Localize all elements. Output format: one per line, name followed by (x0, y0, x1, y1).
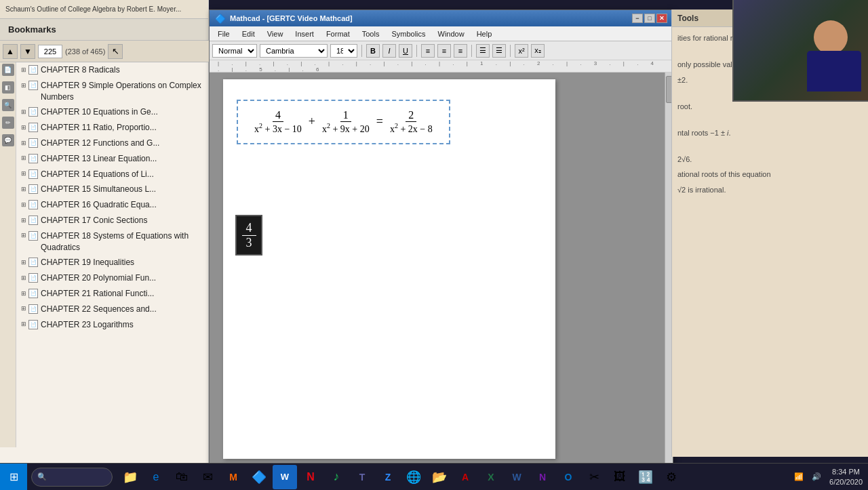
bookmark-item-ch14[interactable]: ⊞ 📄 CHAPTER 14 Equations of Li... (16, 167, 209, 182)
italic-button[interactable]: I (382, 44, 396, 58)
bookmark-item-ch9[interactable]: ⊞ 📄 CHAPTER 9 Simple Operations on Compl… (16, 78, 209, 105)
taskbar-right: 📶 🔊 8:34 PM 6/20/2020 (794, 467, 868, 487)
page-icon-ch17: 📄 (28, 216, 38, 225)
taskbar-app-outlook[interactable]: O (556, 465, 580, 489)
list-bullet-button[interactable]: ☰ (476, 44, 490, 58)
menu-edit[interactable]: Edit (237, 28, 260, 39)
menu-insert[interactable]: Insert (290, 28, 319, 39)
taskbar-app-photos[interactable]: 🖼 (608, 465, 632, 489)
taskbar-app-winstore2[interactable]: 🔷 (247, 465, 271, 489)
taskbar-app-zoom[interactable]: Z (376, 465, 400, 489)
font-select[interactable]: Cambria (260, 44, 328, 58)
comment-icon[interactable]: 💬 (2, 134, 14, 146)
rp-line6: 2√6. (677, 154, 863, 165)
align-left-button[interactable]: ≡ (421, 44, 435, 58)
expander-ch20: ⊞ (19, 273, 28, 283)
bookmark-item-ch15[interactable]: ⊞ 📄 CHAPTER 15 Simultaneous L... (16, 182, 209, 197)
underline-button[interactable]: U (399, 44, 412, 58)
bookmark-item-ch17[interactable]: ⊞ 📄 CHAPTER 17 Conic Sections (16, 213, 209, 228)
pdf-forward-button[interactable]: ▼ (20, 44, 35, 59)
taskbar-app-acrobat[interactable]: A (453, 465, 477, 489)
bookmark-item-ch13[interactable]: ⊞ 📄 CHAPTER 13 Linear Equation... (16, 151, 209, 167)
bookmark-item-ch11[interactable]: ⊞ 📄 CHAPTER 11 Ratio, Proportio... (16, 120, 209, 136)
maximize-button[interactable]: □ (644, 14, 655, 23)
close-button[interactable]: ✕ (656, 14, 667, 23)
pdf-nav-toolbar: ▲ ▼ (238 of 465) ↖ (0, 41, 209, 62)
taskbar-app-onenote[interactable]: N (530, 465, 555, 489)
taskbar-app-edge[interactable]: e (144, 465, 168, 489)
taskbar-app-word[interactable]: W (273, 465, 297, 489)
start-button[interactable]: ⊞ (0, 464, 27, 491)
list-numbered-button[interactable]: ☰ (492, 44, 506, 58)
layers-icon[interactable]: ◧ (2, 81, 14, 94)
bookmark-item-ch23[interactable]: ⊞ 📄 CHAPTER 23 Logarithms (16, 317, 209, 333)
taskbar-search[interactable]: 🔍 (31, 468, 113, 487)
pdf-back-button[interactable]: ▲ (3, 44, 18, 59)
taskbar-app-store[interactable]: 🛍 (170, 465, 194, 489)
bold-button[interactable]: B (366, 44, 380, 58)
bookmark-list: ⊞ 📄 CHAPTER 8 Radicals ⊞ 📄 CHAPTER 9 Sim… (16, 62, 209, 332)
search-side-icon[interactable]: 🔍 (2, 99, 14, 111)
taskbar-volume-icon: 🔊 (812, 472, 821, 481)
taskbar-datetime[interactable]: 8:34 PM 6/20/2020 (829, 467, 863, 487)
taskbar-app-word2[interactable]: W (505, 465, 529, 489)
bookmark-item-ch10[interactable]: ⊞ 📄 CHAPTER 10 Equations in Ge... (16, 104, 209, 120)
taskbar-app-excel[interactable]: X (479, 465, 503, 489)
bookmark-item-ch8[interactable]: ⊞ 📄 CHAPTER 8 Radicals (16, 62, 209, 78)
search-icon: 🔍 (37, 472, 47, 481)
plus-operator: + (309, 115, 315, 129)
edit-side-icon[interactable]: ✏ (2, 117, 14, 129)
menu-view[interactable]: View (262, 28, 289, 39)
taskbar-app-chrome[interactable]: 🌐 (401, 465, 426, 489)
taskbar-app-files[interactable]: 📂 (427, 465, 452, 489)
menu-window[interactable]: Window (433, 28, 470, 39)
taskbar-app-spotify[interactable]: ♪ (324, 465, 349, 489)
taskbar-app-settings[interactable]: ⚙ (659, 465, 684, 489)
bookmark-item-ch12[interactable]: ⊞ 📄 CHAPTER 12 Functions and G... (16, 136, 209, 151)
menu-tools[interactable]: Tools (357, 28, 385, 39)
special-x-button[interactable]: x² (515, 44, 528, 58)
bookmark-item-ch16[interactable]: ⊞ 📄 CHAPTER 16 Quadratic Equa... (16, 197, 209, 213)
taskbar-app-calc[interactable]: 🔢 (633, 465, 658, 489)
taskbar-app-snip[interactable]: ✂ (582, 465, 606, 489)
page-icon-ch15: 📄 (28, 184, 38, 194)
taskbar-time-value: 8:34 PM (829, 467, 863, 476)
titlebar-left: 🔷 Mathcad - [GERTC Video Mathcad] (215, 14, 353, 24)
style-select[interactable]: Normal (212, 44, 257, 58)
taskbar-app-mathcad[interactable]: M (221, 465, 245, 489)
minimize-button[interactable]: − (632, 14, 643, 23)
ruler-content: | . | . | . | . | . | . | . | . | . | 1 … (218, 60, 673, 73)
size-select[interactable]: 18 (330, 44, 357, 58)
taskbar-app-explorer[interactable]: 📁 (118, 465, 142, 489)
menu-symbolics[interactable]: Symbolics (386, 28, 431, 39)
mathcad-doc-area[interactable]: 4 x2 + 3x − 10 + 1 x2 + 9x + 20 = 2 x2 +… (210, 73, 673, 470)
term3-numerator: 2 (406, 109, 416, 122)
bookmark-label-ch12: CHAPTER 12 Functions and G... (41, 138, 206, 149)
webcam-video (734, 0, 868, 100)
pdf-page-input[interactable] (38, 45, 62, 58)
term1-numerator: 4 (273, 109, 283, 122)
special-xsub-button[interactable]: x₂ (531, 44, 545, 58)
bookmark-label-ch15: CHAPTER 15 Simultaneous L... (41, 184, 206, 195)
equation-container[interactable]: 4 x2 + 3x − 10 + 1 x2 + 9x + 20 = 2 x2 +… (237, 100, 450, 144)
pdf-cursor-button[interactable]: ↖ (108, 44, 123, 59)
taskbar-app-mail[interactable]: ✉ (195, 465, 220, 489)
taskbar-app-netflix[interactable]: N (298, 465, 323, 489)
bookmark-item-ch22[interactable]: ⊞ 📄 CHAPTER 22 Sequences and... (16, 302, 209, 317)
bookmark-item-ch20[interactable]: ⊞ 📄 CHAPTER 20 Polynomial Fun... (16, 270, 209, 286)
menu-help[interactable]: Help (471, 28, 498, 39)
menu-format[interactable]: Format (321, 28, 355, 39)
taskbar-app-teams[interactable]: T (350, 465, 374, 489)
menu-file[interactable]: File (212, 28, 235, 39)
bookmark-label-ch11: CHAPTER 11 Ratio, Proportio... (41, 122, 206, 134)
bookmark-item-ch18[interactable]: ⊞ 📄 CHAPTER 18 Systems of Equations with… (16, 228, 209, 256)
align-center-button[interactable]: ≡ (437, 44, 451, 58)
fraction-term2: 1 x2 + 9x + 20 (319, 109, 372, 135)
bookmark-item-ch21[interactable]: ⊞ 📄 CHAPTER 21 Rational Functi... (16, 286, 209, 302)
page-icon[interactable]: 📄 (2, 64, 14, 76)
page-icon-ch18: 📄 (28, 231, 38, 241)
bookmark-item-ch19[interactable]: ⊞ 📄 CHAPTER 19 Inequalities (16, 255, 209, 270)
taskbar-date-value: 6/20/2020 (829, 477, 863, 487)
page-icon-ch12: 📄 (28, 138, 38, 148)
align-right-button[interactable]: ≡ (454, 44, 467, 58)
